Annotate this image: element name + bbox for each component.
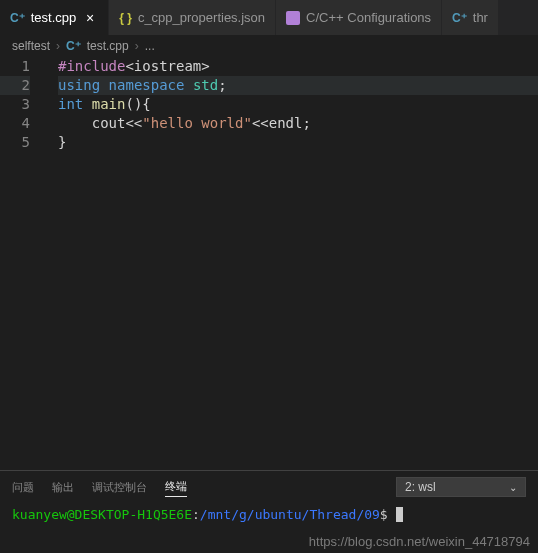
tab-label: c_cpp_properties.json (138, 10, 265, 25)
cpp-icon: C⁺ (452, 11, 467, 25)
breadcrumb[interactable]: selftest › C⁺ test.cpp › ... (0, 35, 538, 57)
breadcrumb-folder: selftest (12, 39, 50, 53)
code-line[interactable]: cout<<"hello world"<<endl; (58, 114, 538, 133)
cpp-icon: C⁺ (66, 39, 81, 53)
close-icon[interactable]: × (82, 10, 98, 26)
line-number: 2 (0, 76, 30, 95)
cpp-icon: C⁺ (10, 11, 25, 25)
line-number: 1 (0, 57, 30, 76)
terminal-user-host: kuanyew@DESKTOP-H1Q5E6E (12, 507, 192, 522)
tab-test-cpp[interactable]: C⁺ test.cpp × (0, 0, 109, 35)
chevron-right-icon: › (135, 39, 139, 53)
watermark: https://blog.csdn.net/weixin_44718794 (309, 534, 530, 549)
breadcrumb-more: ... (145, 39, 155, 53)
tab-label: C/C++ Configurations (306, 10, 431, 25)
chevron-right-icon: › (56, 39, 60, 53)
terminal-path: /mnt/g/ubuntu/Thread/09 (200, 507, 380, 522)
tab-properties-json[interactable]: { } c_cpp_properties.json (109, 0, 276, 35)
terminal-colon: : (192, 507, 200, 522)
code-line[interactable]: int main(){ (58, 95, 538, 114)
breadcrumb-file: test.cpp (87, 39, 129, 53)
config-icon (286, 11, 300, 25)
panel-tab-debug[interactable]: 调试控制台 (92, 478, 147, 497)
tab-cpp-configurations[interactable]: C/C++ Configurations (276, 0, 442, 35)
panel-tab-output[interactable]: 输出 (52, 478, 74, 497)
tab-label: test.cpp (31, 10, 77, 25)
panel-tab-problems[interactable]: 问题 (12, 478, 34, 497)
line-number-gutter: 12345 (0, 57, 48, 470)
panel-tab-bar: 问题 输出 调试控制台 终端 2: wsl ⌄ (0, 471, 538, 503)
code-line[interactable]: #include<iostream> (58, 57, 538, 76)
code-line[interactable]: } (58, 133, 538, 152)
terminal-dollar: $ (380, 507, 388, 522)
terminal-selector-label: 2: wsl (405, 480, 436, 494)
line-number: 3 (0, 95, 30, 114)
tab-bar: C⁺ test.cpp × { } c_cpp_properties.json … (0, 0, 538, 35)
terminal[interactable]: kuanyew@DESKTOP-H1Q5E6E:/mnt/g/ubuntu/Th… (0, 503, 538, 526)
line-number: 5 (0, 133, 30, 152)
code-line[interactable]: using namespace std; (58, 76, 538, 95)
code-editor[interactable]: 12345 #include<iostream>using namespace … (0, 57, 538, 470)
terminal-selector[interactable]: 2: wsl ⌄ (396, 477, 526, 497)
tab-thr[interactable]: C⁺ thr (442, 0, 499, 35)
json-icon: { } (119, 11, 132, 25)
line-number: 4 (0, 114, 30, 133)
tab-label: thr (473, 10, 488, 25)
terminal-cursor (396, 507, 403, 522)
panel-tab-terminal[interactable]: 终端 (165, 477, 187, 497)
code-content[interactable]: #include<iostream>using namespace std;in… (48, 57, 538, 470)
chevron-down-icon: ⌄ (509, 482, 517, 493)
